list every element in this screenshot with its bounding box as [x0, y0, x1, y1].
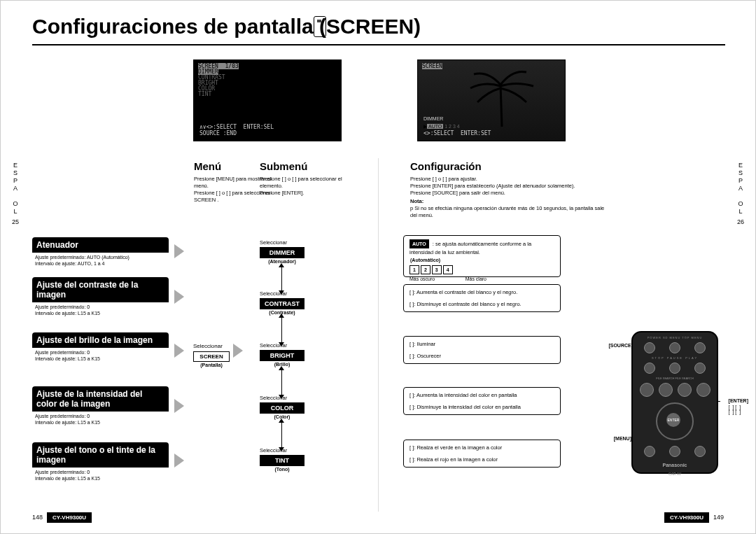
- osd-footer-2: <>:SELECT ENTER:SET: [424, 130, 491, 136]
- ff-button[interactable]: [678, 383, 692, 397]
- osd-footer: ∧∨<>:SELECT ENTER:SEL SOURCE :END: [200, 124, 274, 136]
- aspect-button[interactable]: [644, 446, 655, 457]
- config-instructions: Presione [ ] o [ ] para ajustar. Presion…: [410, 176, 606, 219]
- lang-marker-left: ESPA OL25: [11, 162, 20, 226]
- page-number-left: 148CY-VH9300U: [32, 512, 96, 523]
- up-arrow-icon: [279, 366, 284, 370]
- down-arrow-icon: [279, 447, 284, 451]
- topmenu-button[interactable]: [694, 342, 706, 353]
- col-header-submenu: Submenú: [260, 160, 307, 172]
- osd-menu-list: SCREEN 1/03 DIMMER CONTRAST BRIGHT COLOR…: [198, 64, 239, 97]
- remote-top-labels: POWER SD MENU TOP MENU: [633, 332, 717, 339]
- osd-top: SCREEN: [422, 64, 442, 69]
- arrow-icon: [174, 244, 184, 258]
- arrow-icon: [174, 290, 184, 304]
- prev-button[interactable]: [640, 383, 654, 397]
- dual-button[interactable]: [694, 446, 706, 457]
- screenshot-menu: SCREEN 1/03 DIMMER CONTRAST BRIGHT COLOR…: [193, 59, 342, 141]
- brand-label: Panasonic: [633, 463, 717, 468]
- connector-line: [281, 267, 282, 291]
- rew-button[interactable]: [659, 383, 673, 397]
- arrow-icon: [174, 454, 184, 468]
- model-label: CAR AV: [633, 472, 717, 476]
- down-arrow-icon: [279, 290, 284, 295]
- down-arrow-icon: [279, 342, 284, 346]
- col-header-config: Configuración: [410, 160, 482, 172]
- arrow-icon: [174, 399, 184, 413]
- page-divider: [378, 158, 379, 512]
- up-arrow-icon: [279, 419, 284, 423]
- config-tint: [ ]: Realza el verde en la imagen a colo…: [403, 440, 561, 468]
- osd-dimmer-label: DIMMER: [424, 116, 443, 121]
- feature-atenuador: AtenuadorAjuste predeterminado: AUTO (Au…: [32, 237, 169, 268]
- arrow-icon: [233, 344, 243, 358]
- submenu-dimmer: SeleccionarDIMMER(Atenuador): [260, 239, 304, 264]
- select-label: Seleccionar: [193, 343, 223, 349]
- config-contrast: [ ]: Aumenta el contraste del blanco y e…: [403, 284, 561, 312]
- feature-tint: Ajuste del tono o el tinte de la imagenA…: [32, 442, 169, 483]
- osd-dimmer-value: ▶AUTO 1 2 3 4: [424, 124, 460, 129]
- pause-button[interactable]: [669, 363, 680, 374]
- config-dimmer: AUTO : se ajusta automáticamente conform…: [403, 235, 561, 277]
- power-button[interactable]: [644, 342, 655, 353]
- menu-button[interactable]: [669, 446, 680, 457]
- submenu-instructions: Presione [ ] o [ ] para seleccionar el e…: [260, 176, 344, 197]
- dpad-ring[interactable]: ENTER: [656, 402, 694, 440]
- remote-control-illustration: POWER SD MENU TOP MENU STOP PAUSE PLAY F…: [626, 331, 724, 475]
- up-arrow-icon: [279, 263, 284, 267]
- title-underline: [32, 44, 725, 45]
- feature-bright: Ajuste del brillo de la imagenAjuste pre…: [32, 332, 169, 363]
- arrow-icon: [174, 344, 184, 358]
- page-number-right: CY-VH9300U149: [660, 512, 724, 523]
- config-color: [ ]: Aumenta la intensidad del color en …: [403, 387, 561, 415]
- stop-button[interactable]: [644, 363, 655, 374]
- screen-button: SCREEN (Pantalla): [193, 351, 230, 367]
- remote-icon: [314, 16, 326, 37]
- lang-marker-right: ESPA OL26: [736, 162, 745, 226]
- connector-line: [281, 422, 282, 448]
- enter-button[interactable]: ENTER: [666, 413, 680, 427]
- sdmenu-button[interactable]: [669, 342, 680, 353]
- feature-color: Ajuste de la intensidad del color de la …: [32, 386, 169, 427]
- down-arrow-icon: [279, 395, 284, 399]
- play-button[interactable]: [694, 363, 706, 374]
- manual-page-spread: Configuraciones de pantalla (SCREEN) SCR…: [0, 0, 756, 534]
- connector-line: [281, 370, 282, 395]
- config-bright: [ ]: Iluminar[ ]: Oscurecer: [403, 336, 561, 364]
- col-header-menu: Menú: [194, 160, 221, 172]
- up-arrow-icon: [279, 314, 284, 318]
- label-enter: [ENTER][ ] [ ] [ ] [ ]: [729, 398, 748, 414]
- feature-contrast: Ajuste del contraste de la imagenAjuste …: [32, 277, 169, 318]
- connector-line: [281, 317, 282, 343]
- screenshot-dimmer: SCREEN DIMMER ▶AUTO 1 2 3 4 <>:SELECT EN…: [417, 59, 566, 141]
- page-title: Configuraciones de pantalla (SCREEN): [32, 15, 421, 38]
- next-button[interactable]: [696, 383, 710, 397]
